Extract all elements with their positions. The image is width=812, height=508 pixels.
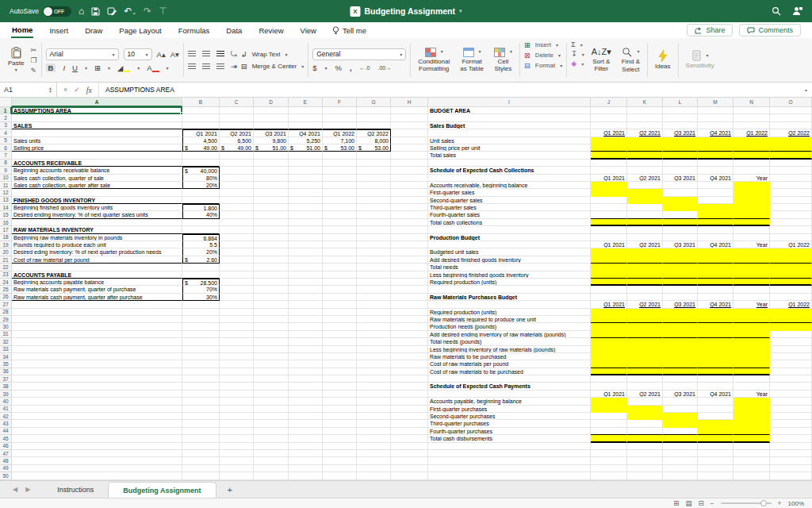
cell-E36[interactable] <box>289 368 323 375</box>
cell-K46[interactable] <box>627 443 663 450</box>
cell-H28[interactable] <box>391 309 428 316</box>
font-color-caret-icon[interactable]: ▾ <box>167 65 169 71</box>
cell-O34[interactable] <box>770 353 812 360</box>
cell-I17[interactable] <box>428 226 591 233</box>
increase-font-icon[interactable]: A▴ <box>157 50 166 59</box>
cell-B30[interactable] <box>182 323 220 330</box>
cell-M28[interactable] <box>698 309 733 316</box>
cell-H24[interactable] <box>391 279 428 286</box>
cell-F9[interactable] <box>323 167 357 174</box>
cell-M4[interactable]: Q4 2021 <box>698 129 733 137</box>
cell-C12[interactable] <box>220 189 254 196</box>
cell-G42[interactable] <box>357 413 391 420</box>
cell-N27[interactable]: Year <box>733 301 770 308</box>
cell-J42[interactable] <box>591 413 627 420</box>
cell-H5[interactable] <box>391 137 428 144</box>
zoom-in-icon[interactable]: + <box>778 499 782 507</box>
cell-G45[interactable] <box>357 435 391 442</box>
cell-G5[interactable]: 8,000 <box>357 137 391 144</box>
currency-caret-icon[interactable]: ▾ <box>324 65 327 71</box>
cell-C8[interactable] <box>220 160 254 167</box>
cell-H1[interactable] <box>391 107 428 114</box>
cell-F34[interactable] <box>323 353 357 360</box>
cell-A2[interactable] <box>12 114 182 121</box>
cell-C15[interactable] <box>220 211 254 218</box>
cell-H45[interactable] <box>391 435 428 442</box>
formula-input[interactable]: ASSUMPTIONS AREA <box>99 86 800 94</box>
cell-F19[interactable] <box>323 241 357 248</box>
cell-N11[interactable] <box>733 182 770 189</box>
cell-G49[interactable] <box>357 465 391 472</box>
cell-B6[interactable]: $49.00 <box>182 144 220 152</box>
cell-F21[interactable] <box>323 256 357 264</box>
cell-A11[interactable]: Sales cash collection, quarter after sal… <box>12 182 182 189</box>
cell-K31[interactable] <box>627 331 663 338</box>
cell-O42[interactable] <box>770 413 812 420</box>
percent-format-button[interactable]: % <box>335 64 342 72</box>
cell-E28[interactable] <box>289 309 323 316</box>
cell-O38[interactable] <box>770 383 812 390</box>
cell-E2[interactable] <box>289 114 323 121</box>
cell-J47[interactable] <box>591 450 627 457</box>
cell-L33[interactable] <box>663 346 698 353</box>
cell-J22[interactable] <box>591 264 627 271</box>
cell-O19[interactable]: Q1 2022 <box>770 241 812 248</box>
cell-J3[interactable] <box>591 122 627 129</box>
cell-F30[interactable] <box>323 323 357 330</box>
cell-M3[interactable] <box>698 122 733 129</box>
cell-B40[interactable] <box>182 398 220 405</box>
cell-C29[interactable] <box>220 316 254 323</box>
cell-H21[interactable] <box>391 256 428 264</box>
cell-A39[interactable] <box>12 391 182 398</box>
cell-E12[interactable] <box>289 189 323 196</box>
cell-A9[interactable]: Beginning accounts receivable balance <box>12 167 182 174</box>
col-header-E[interactable]: E <box>289 98 323 107</box>
cell-E42[interactable] <box>289 413 323 420</box>
align-center-icon[interactable] <box>202 64 210 70</box>
cell-O11[interactable] <box>770 182 812 189</box>
cell-G2[interactable] <box>357 114 391 121</box>
cell-F13[interactable] <box>323 197 357 204</box>
cell-M36[interactable] <box>698 368 733 375</box>
cell-O2[interactable] <box>770 114 812 121</box>
row-header-41[interactable]: 41 <box>0 406 12 413</box>
row-header-10[interactable]: 10 <box>0 175 12 182</box>
cell-C26[interactable] <box>220 294 254 301</box>
cell-L44[interactable] <box>663 428 698 435</box>
cell-D27[interactable] <box>254 301 289 308</box>
cell-E23[interactable] <box>289 271 323 279</box>
cell-J4[interactable]: Q1 2021 <box>591 129 627 137</box>
cell-M35[interactable] <box>698 360 733 368</box>
col-header-K[interactable]: K <box>627 98 663 107</box>
cell-A5[interactable]: Sales units <box>12 137 182 144</box>
tab-insert[interactable]: Insert <box>48 24 69 37</box>
cell-J12[interactable] <box>591 189 627 196</box>
cell-L18[interactable] <box>663 234 698 241</box>
cell-G23[interactable] <box>357 271 391 279</box>
cell-O20[interactable] <box>770 248 812 256</box>
cell-A49[interactable] <box>12 465 182 472</box>
format-as-table-button[interactable]: ▾ Formatas Table <box>457 40 487 79</box>
col-header-O[interactable]: O <box>770 98 812 107</box>
cell-B13[interactable] <box>182 197 220 204</box>
cell-B33[interactable] <box>182 346 220 353</box>
cell-M24[interactable] <box>698 279 733 286</box>
cell-N6[interactable] <box>733 144 770 152</box>
cell-O32[interactable] <box>770 338 812 345</box>
cell-K33[interactable] <box>627 346 663 353</box>
cell-B2[interactable] <box>182 114 220 121</box>
cell-L49[interactable] <box>663 465 698 472</box>
cell-I20[interactable]: Budgeted unit sales <box>428 248 591 256</box>
cell-D10[interactable] <box>254 175 289 182</box>
cell-A25[interactable]: Raw materials cash payment, quarter of p… <box>12 286 182 293</box>
cell-G15[interactable] <box>357 211 391 218</box>
tab-formulas[interactable]: Formulas <box>178 24 211 37</box>
cell-M2[interactable] <box>698 114 733 121</box>
cell-K8[interactable] <box>627 160 663 167</box>
row-header-11[interactable]: 11 <box>0 182 12 189</box>
cell-M49[interactable] <box>698 465 733 472</box>
col-header-L[interactable]: L <box>663 98 698 107</box>
merge-center-button[interactable]: ⊟ Merge & Center ▾ <box>241 62 304 71</box>
cell-H9[interactable] <box>391 167 428 174</box>
cell-C49[interactable] <box>220 465 254 472</box>
